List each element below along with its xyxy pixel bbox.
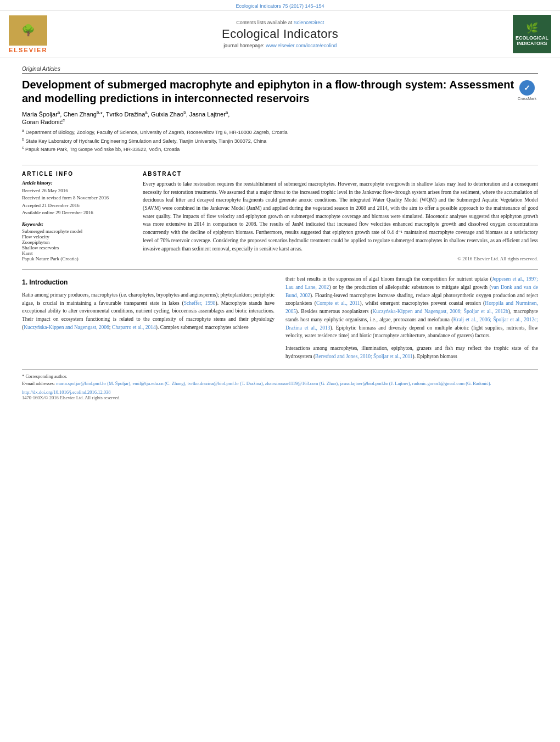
body-col-right: their best results in the suppression of…	[285, 275, 538, 360]
corresponding-note: * Corresponding author.	[22, 373, 538, 380]
journal-center: Contents lists available at ScienceDirec…	[53, 20, 507, 48]
journal-header: 🌳 ELSEVIER Contents lists available at S…	[0, 10, 560, 58]
crossmark[interactable]: ✓ CrossMark	[516, 80, 538, 101]
keyword-2: Flow velocity	[22, 234, 132, 239]
article-info-title: ARTICLE INFO	[22, 171, 132, 177]
body-divider	[22, 269, 538, 270]
elsevier-logo: 🌳 ELSEVIER	[9, 15, 47, 53]
keyword-5: Karst	[22, 250, 132, 256]
copyright: © 2016 Elsevier Ltd. All rights reserved…	[143, 256, 538, 261]
section-label: Original Articles	[22, 66, 538, 74]
ref-scheffer[interactable]: Scheffer, 1998	[184, 300, 216, 306]
body-col-left: 1. Introduction Ratio among primary prod…	[22, 275, 275, 360]
ref-beresford[interactable]: Beresford and Jones, 2010; Špoljar et al…	[315, 354, 412, 359]
info-section: ARTICLE INFO Article history: Received 2…	[22, 171, 538, 261]
keyword-6: Papuk Nature Park (Croatia)	[22, 256, 132, 261]
abstract-section: ABSTRACT Every approach to lake restorat…	[143, 171, 538, 261]
crossmark-label: CrossMark	[518, 97, 536, 101]
ref-chaparro[interactable]: Chaparro et al., 2014	[112, 325, 156, 330]
crossmark-icon: ✓	[519, 80, 535, 96]
issn-line: 1470-160X/© 2016 Elsevier Ltd. All right…	[22, 395, 538, 400]
citation-text: Ecological Indicators 75 (2017) 145–154	[236, 3, 324, 9]
abstract-title: ABSTRACT	[143, 171, 538, 177]
article-history-title: Article history:	[22, 180, 132, 186]
authors: Maria Špoljara, Chen Zhangb,*, Tvrtko Dr…	[22, 110, 516, 125]
page: Ecological Indicators 75 (2017) 145–154 …	[0, 0, 560, 742]
journal-citation: Ecological Indicators 75 (2017) 145–154	[0, 0, 560, 10]
keyword-1: Submerged macrophyte model	[22, 228, 132, 234]
elsevier-tree-icon: 🌳	[9, 15, 47, 46]
ref-kralj[interactable]: Kralj et al., 2006; Špoljar et al., 2012…	[285, 317, 538, 331]
divider	[22, 165, 538, 165]
abstract-text: Every approach to lake restoration requi…	[143, 180, 538, 253]
ref-kuczyska[interactable]: Kuczyńska-Kippen and Nagengast, 2006	[24, 325, 109, 330]
keyword-4: Shallow reservoirs	[22, 245, 132, 250]
accepted-date: Accepted 21 December 2016	[22, 202, 132, 210]
email-label: E-mail addresses:	[22, 381, 55, 386]
main-content: Original Articles Development of submerg…	[0, 58, 560, 406]
email-note: E-mail addresses: maria.spoljar@biol.pmf…	[22, 380, 538, 387]
elsevier-label: ELSEVIER	[9, 47, 47, 53]
section1-heading: 1. Introduction	[22, 277, 275, 288]
ecological-indicators-logo: 🌿 ECOLOGICALINDICATORS	[513, 15, 551, 53]
body-col-right-text: their best results in the suppression of…	[285, 275, 538, 340]
article-title: Development of submerged macrophyte and …	[22, 78, 516, 105]
ref-compte[interactable]: Compte et al., 2011	[316, 300, 360, 306]
body-col-left-text: Ratio among primary producers, macrophyt…	[22, 291, 275, 332]
ref-kuczyska2[interactable]: Kuczyńska-Kippen and Nagengast, 2006; Šp…	[372, 309, 508, 314]
received-date: Received 26 May 2016	[22, 187, 132, 195]
body-col-right-text2: Interactions among macrophytes, illumina…	[285, 344, 538, 360]
doi-line[interactable]: http://dx.doi.org/10.1016/j.ecolind.2016…	[22, 389, 538, 395]
article-info: ARTICLE INFO Article history: Received 2…	[22, 171, 132, 261]
homepage-line: journal homepage: www.elsevier.com/locat…	[53, 43, 507, 48]
contents-line: Contents lists available at ScienceDirec…	[53, 20, 507, 25]
homepage-link[interactable]: www.elsevier.com/locate/ecolind	[266, 43, 337, 48]
keyword-3: Zooepiphyton	[22, 239, 132, 245]
title-col: Development of submerged macrophyte and …	[22, 78, 516, 159]
revised-date: Received in revised form 8 November 2016	[22, 194, 132, 202]
keywords-title: Keywords:	[22, 221, 132, 227]
body-columns: 1. Introduction Ratio among primary prod…	[22, 275, 538, 360]
journal-title: Ecological Indicators	[53, 27, 507, 41]
affiliations: a Department of Biology, Zoology, Facult…	[22, 128, 516, 154]
footnote-section: * Corresponding author. E-mail addresses…	[22, 369, 538, 400]
available-date: Available online 29 December 2016	[22, 209, 132, 217]
email-links[interactable]: maria.spoljar@biol.pmf.hr (M. Špoljar), …	[56, 381, 491, 386]
keywords-section: Keywords: Submerged macrophyte model Flo…	[22, 221, 132, 261]
title-row: Development of submerged macrophyte and …	[22, 78, 538, 159]
sciencedirect-link[interactable]: ScienceDirect	[294, 20, 324, 25]
